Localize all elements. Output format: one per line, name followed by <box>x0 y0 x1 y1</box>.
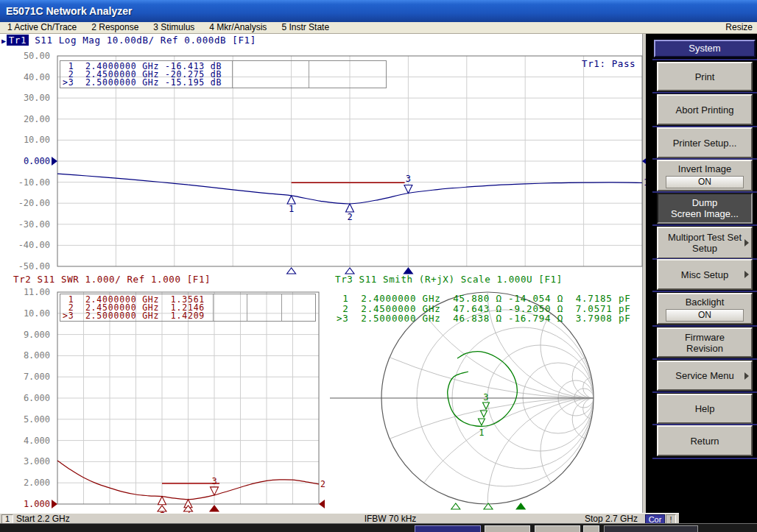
tr3-marker-3-label: 3 <box>483 392 488 402</box>
softkey-firmware-revision[interactable]: Firmware Revision <box>657 327 753 358</box>
trace1-header: ▶Tr1 S11 Log Mag 10.00dB/ Ref 0.000dB [F… <box>1 35 256 46</box>
status-bar: 1 Start 2.2 GHz IFBW 70 kHz Stop 2.7 GHz… <box>0 513 679 524</box>
softkey-label: Dump Screen Image... <box>671 197 739 219</box>
tr2-y-axis-label: 5.000 <box>9 414 50 425</box>
taskbar-segment-5[interactable] <box>604 525 698 532</box>
softkey-label: Invert Image <box>678 163 731 174</box>
taskbar-segment-3[interactable] <box>535 525 580 532</box>
softkey-separator-8 <box>652 325 757 327</box>
trace3-header[interactable]: Tr3 S11 Smith (R+jX) Scale 1.000U [F1] <box>335 274 563 285</box>
tr2-stimulus-marker-3[interactable] <box>210 506 219 511</box>
tr1-y-axis-label: 20.00 <box>9 114 50 124</box>
tr1-marker-3-label: 3 <box>406 174 411 184</box>
tr1-marker-table-divider-0 <box>232 61 233 88</box>
tr2-marker-1[interactable] <box>158 497 166 505</box>
tr3-marker-1-label: 1 <box>479 428 484 438</box>
tr1-y-axis-label: -50.00 <box>9 261 50 272</box>
menu-item-active-ch-trace[interactable]: 1 Active Ch/Trace <box>0 22 84 33</box>
resize-button[interactable]: Resize <box>725 22 753 33</box>
tr1-y-axis-label: -10.00 <box>9 177 50 188</box>
tr2-marker-3[interactable] <box>211 487 219 495</box>
softkey-invert-image[interactable]: Invert ImageON <box>657 160 753 191</box>
tr2-y-axis-label: 11.00 <box>9 287 50 297</box>
softkey-separator-1 <box>652 92 757 93</box>
menu-items: 1 Active Ch/Trace2 Response3 Stimulus4 M… <box>0 22 337 32</box>
tr1-y-axis-label: -20.00 <box>9 198 50 208</box>
submenu-arrow-icon <box>744 372 749 380</box>
tr1-y-axis-label: -40.00 <box>9 240 50 250</box>
tr2-y-axis-label: 3.000 <box>9 456 50 467</box>
tr1-marker-3[interactable] <box>404 185 412 193</box>
tr2-y-axis-label: 1.000 <box>9 499 50 509</box>
trace1-settings: S11 Log Mag 10.00dB/ Ref 0.000dB [F1] <box>29 35 256 46</box>
tr2-y-axis-label: 9.000 <box>9 330 50 340</box>
softkey-label: Multiport Test Set Setup <box>668 232 742 254</box>
tr3-marker-1[interactable] <box>478 419 485 425</box>
tr2-ref-level-icon-right <box>319 500 325 508</box>
softkey-service-menu[interactable]: Service Menu <box>657 361 753 391</box>
menu-item-stimulus[interactable]: 3 Stimulus <box>146 22 202 33</box>
tr1-ref-level-icon-left <box>52 157 57 166</box>
softkey-separator-end <box>652 458 757 459</box>
menu-item-instr-state[interactable]: 5 Instr State <box>274 22 337 33</box>
tr1-stimulus-marker-3[interactable] <box>404 268 412 274</box>
tr3-marker-row-2: >3 2.5000000 GHz 46.838 Ω -16.794 Ω 3.79… <box>337 313 631 323</box>
softkey-separator-5 <box>652 224 757 226</box>
softkey-backlight[interactable]: BacklightON <box>657 293 753 324</box>
menu-item-mkr-analysis[interactable]: 4 Mkr/Analysis <box>202 22 274 33</box>
tr1-marker-table-divider-1 <box>309 61 309 88</box>
trace2-header[interactable]: Tr2 S11 SWR 1.000/ Ref 1.000 [F1] <box>13 274 211 285</box>
menu-item-response[interactable]: 2 Response <box>84 22 146 33</box>
window-title: E5071C Network Analyzer <box>0 5 132 17</box>
tr1-stimulus-marker-1[interactable] <box>287 268 296 274</box>
taskbar-segment-4[interactable] <box>583 525 599 532</box>
trace1-pass-status: Tr1: Pass <box>582 59 635 69</box>
tr2-trace-number-label: 2 <box>320 479 325 489</box>
tr2-marker-table-divider-1 <box>247 294 247 321</box>
tr2-y-axis-label: 8.000 <box>9 350 50 361</box>
tr1-marker-2[interactable] <box>346 204 354 212</box>
tr3-marker-row-0: 1 2.4000000 GHz 45.880 Ω -14.054 Ω 4.718… <box>337 294 631 303</box>
tr2-ref-level-icon-left <box>52 500 57 508</box>
tr1-y-axis-label: 0.000 <box>9 156 50 166</box>
tr2-y-axis-label: 7.000 <box>9 372 50 382</box>
taskbar-segment-1[interactable] <box>415 525 481 532</box>
screen: E5071C Network Analyzer 1 Active Ch/Trac… <box>0 0 757 532</box>
softkey-label: Abort Printing <box>676 104 734 116</box>
tr1-stimulus-marker-2[interactable] <box>345 268 354 274</box>
softkey-misc-setup[interactable]: Misc Setup <box>657 259 753 290</box>
softkey-abort-printing[interactable]: Abort Printing <box>657 94 753 125</box>
toggle-state-box: ON <box>666 309 744 322</box>
tr3-marker-2[interactable] <box>480 411 487 417</box>
tr1-marker-table-row-2: >3 2.5000000 GHz -15.195 dB <box>63 79 222 87</box>
softkey-dump-screen-image[interactable]: Dump Screen Image... <box>657 193 753 224</box>
softkey-printer-setup[interactable]: Printer Setup... <box>657 127 753 158</box>
softkey-label: Service Menu <box>675 370 733 381</box>
softkey-help[interactable]: Help <box>657 394 753 424</box>
softkey-return[interactable]: Return <box>657 425 753 456</box>
tr1-y-axis-label: 30.00 <box>9 93 50 103</box>
tr1-marker-2-label: 2 <box>347 212 352 222</box>
softkey-label: Misc Setup <box>681 269 728 280</box>
tr3-stimulus-marker-1[interactable] <box>451 503 460 509</box>
tr1-marker-1[interactable] <box>287 196 295 204</box>
tr2-y-axis-label: 4.000 <box>9 436 50 446</box>
taskbar-segment-2[interactable] <box>485 525 530 532</box>
submenu-arrow-icon <box>744 239 749 247</box>
smith-grid <box>63 33 646 513</box>
softkey-menu-title[interactable]: System <box>654 40 756 57</box>
toggle-state-box: ON <box>666 176 744 188</box>
active-trace-arrow-icon: ▶ <box>1 37 7 45</box>
softkey-multiport-test-set-setup[interactable]: Multiport Test Set Setup <box>657 227 753 259</box>
tr1-y-axis-label: -30.00 <box>9 219 50 230</box>
tr1-y-axis-label: 50.00 <box>9 51 50 61</box>
softkey-label: Help <box>695 403 715 414</box>
softkey-print[interactable]: Print <box>657 62 753 91</box>
tr1-marker-table: 1 2.4000000 GHz -16.413 dB 2 2.4500000 G… <box>60 60 387 88</box>
tr1-y-axis-label: 10.00 <box>9 135 50 145</box>
softkey-separator-0 <box>652 59 757 60</box>
tr2-marker-table-divider-0 <box>213 294 214 321</box>
tr3-stimulus-marker-3[interactable] <box>516 503 525 509</box>
trace1-badge[interactable]: Tr1 <box>7 35 29 46</box>
softkey-separator-9 <box>652 358 757 360</box>
